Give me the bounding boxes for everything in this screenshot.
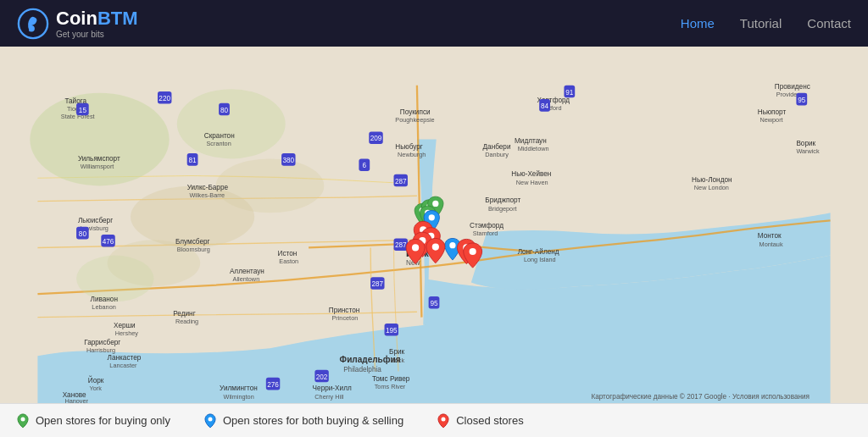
svg-text:Bloomsburg: Bloomsburg [177,246,210,253]
logo-name: CoinBTM [56,8,138,30]
svg-text:287: 287 [395,178,407,185]
svg-text:209: 209 [370,135,382,142]
svg-text:Льюисберг: Льюисберг [78,217,113,224]
green-pin-icon [17,413,29,429]
svg-point-122 [432,201,438,207]
svg-text:202: 202 [316,373,328,381]
svg-text:80: 80 [79,230,87,238]
svg-text:Newport: Newport [760,116,782,124]
logo-tagline: Get your bits [56,30,138,39]
svg-text:Лонг-Айленд: Лонг-Айленд [518,248,559,256]
svg-text:New Haven: New Haven [516,179,548,186]
svg-text:Ньюпорт: Ньюпорт [758,108,787,116]
svg-text:Уилмингтон: Уилмингтон [220,384,258,392]
svg-text:Toms River: Toms River [375,383,406,390]
svg-text:Long Island: Long Island [524,256,556,263]
svg-text:Princeton: Princeton [331,314,358,322]
svg-text:Монток: Монток [758,232,782,240]
svg-text:Стэмфорд: Стэмфорд [470,222,504,230]
svg-text:Йорк: Йорк [88,375,104,384]
svg-text:Poughkeepsie: Poughkeepsie [395,116,434,124]
svg-text:95: 95 [798,97,806,104]
svg-text:Brick: Brick [391,357,405,364]
svg-point-136 [442,417,446,421]
svg-text:Wilmington: Wilmington [224,393,254,401]
svg-text:84: 84 [541,102,549,110]
svg-text:Harrisburg: Harrisburg [86,346,115,354]
svg-text:Scranton: Scranton [207,140,231,147]
svg-text:Wilkes-Barre: Wilkes-Barre [189,191,225,199]
svg-text:Lancaster: Lancaster [109,362,137,369]
svg-text:York: York [90,384,103,392]
svg-text:476: 476 [103,238,114,246]
svg-text:Cherry Hill: Cherry Hill [314,393,343,401]
legend-item-closed: Closed stores [437,413,523,429]
nav-tutorial[interactable]: Tutorial [740,16,782,30]
svg-point-135 [208,417,212,421]
nav-contact[interactable]: Contact [807,16,851,30]
svg-text:380: 380 [282,157,294,164]
svg-text:80: 80 [220,107,229,114]
logo-text-area: CoinBTM Get your bits [56,8,138,39]
svg-text:Черри-Хилл: Черри-Хилл [313,384,352,392]
map-svg: Филадельфия Philadelphia Нью- Йорк New С… [0,47,868,403]
svg-text:Ворик: Ворик [796,140,815,147]
svg-text:Reading: Reading [175,318,198,325]
svg-text:Williamsport: Williamsport [81,163,114,170]
svg-text:Блумсберг: Блумсберг [175,238,210,246]
legend-item-buying: Open stores for buying only [17,413,170,429]
svg-text:Philadelphia: Philadelphia [343,366,381,373]
svg-text:Скрантон: Скрантон [204,132,235,140]
logo-area: CoinBTM Get your bits [17,8,138,40]
svg-point-130 [412,244,419,251]
svg-text:287: 287 [371,280,383,288]
svg-point-4 [215,158,324,213]
svg-point-125 [449,242,455,248]
svg-text:81: 81 [189,157,198,164]
svg-text:Поукипси: Поукипси [400,108,431,116]
svg-text:Принстон: Принстон [329,307,359,314]
svg-point-132 [470,248,476,255]
svg-text:Рединг: Рединг [173,310,195,318]
svg-text:Lebanon: Lebanon [92,303,115,311]
map-background: Филадельфия Philadelphia Нью- Йорк New С… [0,47,868,403]
svg-text:Hanover: Hanover [64,397,88,403]
svg-point-134 [21,417,25,421]
svg-text:Гаррисберг: Гаррисберг [84,339,120,346]
svg-text:Херши: Херши [114,322,136,329]
svg-text:Уилкс-Барре: Уилкс-Барре [187,184,229,191]
svg-text:Провиденс: Провиденс [775,83,810,91]
svg-text:Danbury: Danbury [485,151,509,158]
svg-text:276: 276 [267,381,279,389]
svg-text:Newburgh: Newburgh [398,151,426,158]
svg-text:New London: New London [694,184,729,191]
svg-text:Ливанон: Ливанон [91,296,118,303]
svg-text:Middletown: Middletown [518,145,549,152]
svg-text:Данбери: Данбери [483,143,511,151]
svg-text:15: 15 [79,107,87,114]
svg-text:Warwick: Warwick [796,147,820,155]
nav-home[interactable]: Home [681,16,715,30]
svg-text:Мидлтаун: Мидлтаун [515,137,547,145]
legend-closed-label: Closed stores [456,414,523,427]
svg-text:6: 6 [363,162,367,169]
svg-text:Томс Ривер: Томс Ривер [372,375,410,383]
svg-text:Истон: Истон [278,250,298,257]
svg-text:Бриджпорт: Бриджпорт [485,196,520,204]
svg-point-124 [429,214,435,220]
svg-text:Брик: Брик [389,348,405,356]
svg-point-129 [432,243,439,250]
svg-text:91: 91 [565,89,574,97]
svg-text:Нью-Лондон: Нью-Лондон [692,176,732,184]
map-container[interactable]: Филадельфия Philadelphia Нью- Йорк New С… [0,47,868,403]
legend: Open stores for buying only Open stores … [0,403,868,437]
svg-text:287: 287 [395,241,407,249]
svg-text:Stamford: Stamford [473,230,498,237]
svg-text:Нью-Хейвен: Нью-Хейвен [511,170,551,178]
svg-text:Hershey: Hershey [115,329,139,337]
red-pin-icon [437,413,449,429]
svg-text:Аллентаун: Аллентаун [230,268,264,275]
legend-item-both: Open stores for both buying & selling [204,413,403,429]
legend-buying-label: Open stores for buying only [36,414,170,427]
legend-both-label: Open stores for both buying & selling [223,414,403,427]
